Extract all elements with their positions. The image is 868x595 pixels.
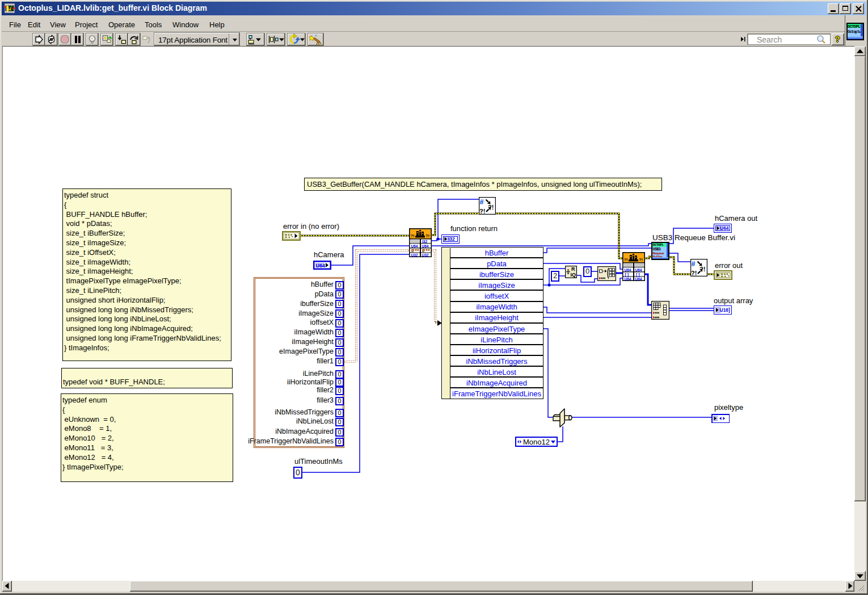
svg-text:?!: ?! xyxy=(479,208,485,215)
svg-text:I32: I32 xyxy=(448,236,455,242)
svg-text:[ ]: [ ] xyxy=(636,273,640,277)
svg-text:U64: U64 xyxy=(411,244,418,248)
svg-text:U64: U64 xyxy=(635,277,642,281)
svg-text:U64: U64 xyxy=(422,244,429,248)
svg-text:#: # xyxy=(480,198,484,206)
svg-text:U16]: U16] xyxy=(720,307,731,313)
svg-text:#: # xyxy=(692,260,696,268)
svg-text:R: R xyxy=(571,266,575,272)
svg-text:?!: ?! xyxy=(425,233,429,238)
svg-text:U64: U64 xyxy=(625,277,631,281)
svg-text:?!: ?! xyxy=(691,270,697,276)
svg-text:IQ: IQ xyxy=(571,272,576,278)
svg-text:U64: U64 xyxy=(316,263,326,269)
svg-text:U64: U64 xyxy=(625,268,631,272)
svg-text:?!: ?! xyxy=(639,257,643,262)
svg-text:U64: U64 xyxy=(720,225,729,231)
svg-text:I32: I32 xyxy=(422,240,427,244)
svg-text:U32: U32 xyxy=(422,253,429,257)
svg-text:?!: ?! xyxy=(624,257,628,262)
svg-text:U64: U64 xyxy=(635,268,642,272)
svg-text:U32: U32 xyxy=(411,253,418,257)
svg-text:[ ]: [ ] xyxy=(625,273,629,277)
svg-text:Mono12: Mono12 xyxy=(523,438,550,446)
svg-text:?!: ?! xyxy=(411,233,415,238)
